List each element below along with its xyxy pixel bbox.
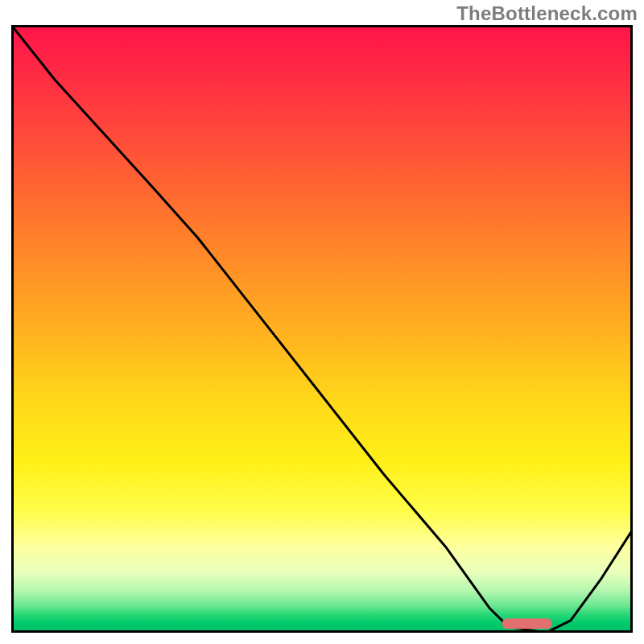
bottleneck-chart xyxy=(11,25,633,633)
plot-area xyxy=(11,25,633,633)
watermark-text: TheBottleneck.com xyxy=(456,2,638,25)
chart-container: TheBottleneck.com xyxy=(0,0,644,644)
optimum-marker xyxy=(502,618,552,629)
gradient-background xyxy=(11,25,633,633)
